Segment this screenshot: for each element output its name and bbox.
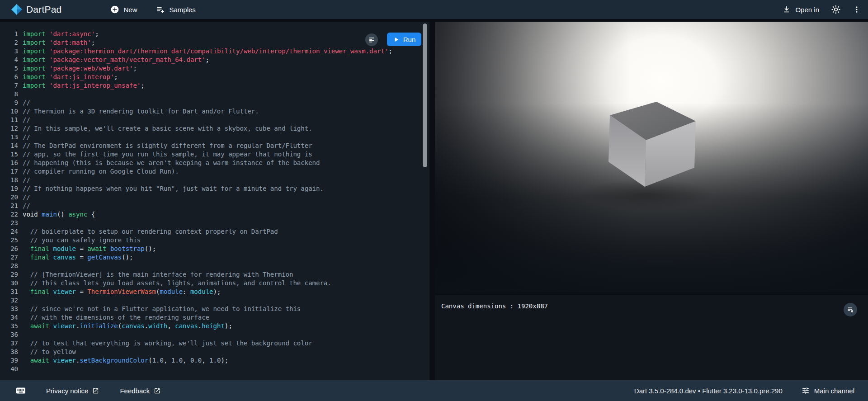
code-text: final viewer = ThermionViewerWasm(module… [23, 288, 221, 296]
code-line[interactable]: 19// If nothing happens when you hit "Ru… [0, 184, 429, 193]
code-line[interactable]: 25 // you can safely ignore this [0, 236, 429, 245]
code-line[interactable]: 36 [0, 330, 429, 339]
dartpad-app: DartPad New Samples [0, 0, 868, 401]
code-line[interactable]: 21// [0, 202, 429, 210]
code-line[interactable]: 40 [0, 365, 429, 373]
privacy-notice-link[interactable]: Privacy notice [46, 387, 99, 395]
code-line[interactable]: 4import 'package:vector_math/vector_math… [0, 56, 429, 64]
code-text: import 'dart:math'; [23, 38, 95, 47]
code-text: // app, so the first time you run this s… [23, 150, 312, 159]
code-text: // [23, 99, 30, 107]
editor-scrollbar[interactable] [423, 22, 429, 380]
code-line[interactable]: 5import 'package:web/web.dart'; [0, 64, 429, 73]
overflow-menu-button[interactable] [853, 5, 861, 14]
code-line[interactable]: 31 final viewer = ThermionViewerWasm(mod… [0, 288, 429, 296]
brightness-toggle-button[interactable] [831, 5, 841, 14]
code-text: // This class lets you load assets, ligh… [23, 279, 331, 288]
new-button[interactable]: New [110, 5, 137, 14]
run-button[interactable]: Run [387, 33, 421, 46]
code-line[interactable]: 14// The DartPad environment is slightly… [0, 142, 429, 150]
external-link-icon [154, 387, 160, 394]
code-line[interactable]: 8 [0, 90, 429, 99]
editor-scrollbar-thumb[interactable] [423, 24, 427, 167]
code-line[interactable]: 10// Thermion is a 3D rendering toolkit … [0, 107, 429, 116]
code-line[interactable]: 9// [0, 99, 429, 107]
format-button[interactable] [365, 33, 378, 46]
clear-console-button[interactable] [844, 303, 857, 316]
line-number: 33 [0, 305, 18, 313]
code-line[interactable]: 18// [0, 176, 429, 184]
code-text: // The DartPad environment is slightly d… [23, 142, 312, 150]
channel-selector-label: Main channel [814, 387, 854, 395]
console-output[interactable]: Canvas dimensions : 868x401 [435, 295, 868, 380]
line-number: 4 [0, 56, 18, 64]
clear-console-icon [847, 306, 854, 313]
code-text: // boilerplate to setup our rendering co… [23, 227, 278, 236]
line-number: 16 [0, 159, 18, 167]
render-output-canvas[interactable] [435, 22, 868, 292]
feedback-link[interactable]: Feedback [120, 387, 160, 395]
code-line[interactable]: 34 // with the dimensions of the renderi… [0, 313, 429, 322]
code-line[interactable]: 29 // [ThermionViewer] is the main inter… [0, 270, 429, 279]
line-number: 34 [0, 313, 18, 322]
code-line[interactable]: 35 await viewer.initialize(canvas.width,… [0, 322, 429, 330]
line-number: 13 [0, 133, 18, 142]
more-vert-icon [853, 5, 861, 14]
line-number: 10 [0, 107, 18, 116]
code-text: // Thermion is a 3D rendering toolkit fo… [23, 107, 259, 116]
code-line[interactable]: 38 // to yellow [0, 348, 429, 356]
code-line[interactable]: 37 // to test that everything is working… [0, 339, 429, 348]
code-line[interactable]: 6import 'dart:js_interop'; [0, 73, 429, 81]
code-text: // [23, 133, 30, 142]
code-line[interactable]: 22void main() async { [0, 210, 429, 219]
code-text: import 'package:thermion_dart/thermion_d… [23, 47, 392, 56]
code-line[interactable]: 11// [0, 116, 429, 124]
code-line[interactable]: 23 [0, 219, 429, 227]
header-right-group: Open in [782, 5, 861, 14]
line-number: 35 [0, 322, 18, 330]
app-title: DartPad [26, 4, 61, 15]
channel-selector[interactable]: Main channel [802, 387, 854, 395]
code-line[interactable]: 39 await viewer.setBackgroundColor(1.0, … [0, 356, 429, 365]
code-line[interactable]: 27 final canvas = getCanvas(); [0, 253, 429, 262]
code-line[interactable]: 3import 'package:thermion_dart/thermion_… [0, 47, 429, 56]
line-number: 15 [0, 150, 18, 159]
open-in-button[interactable]: Open in [782, 5, 819, 14]
code-line[interactable]: 16// happening (this is because we aren'… [0, 159, 429, 167]
code-line[interactable]: 30 // This class lets you load assets, l… [0, 279, 429, 288]
code-editor[interactable]: 1import 'dart:async';2import 'dart:math'… [0, 22, 429, 380]
code-line[interactable]: 1import 'dart:async'; [0, 30, 429, 38]
code-line[interactable]: 20// [0, 193, 429, 202]
code-line[interactable]: 13// [0, 133, 429, 142]
line-number: 9 [0, 99, 18, 107]
brightness-icon [831, 5, 841, 14]
code-line[interactable]: 28 [0, 262, 429, 270]
line-number: 8 [0, 90, 18, 99]
line-number: 23 [0, 219, 18, 227]
code-line[interactable]: 26 final module = await bootstrap(); [0, 245, 429, 253]
code-line[interactable]: 12// In this sample, we'll create a basi… [0, 124, 429, 133]
code-line[interactable]: 7import 'dart:js_interop_unsafe'; [0, 81, 429, 90]
code-text: // to test that everything is working, w… [23, 339, 312, 348]
main-area: 1import 'dart:async';2import 'dart:math'… [0, 19, 868, 380]
app-header: DartPad New Samples [0, 0, 868, 19]
line-number: 14 [0, 142, 18, 150]
download-icon [782, 5, 791, 14]
feedback-label: Feedback [120, 387, 150, 395]
line-number: 36 [0, 330, 18, 339]
line-number: 29 [0, 270, 18, 279]
code-text: // you can safely ignore this [23, 236, 141, 245]
line-number: 11 [0, 116, 18, 124]
line-number: 6 [0, 73, 18, 81]
code-text: import 'dart:js_interop_unsafe'; [23, 81, 145, 90]
keyboard-icon [15, 385, 26, 396]
code-line[interactable]: 33 // since we're not in a Flutter appli… [0, 305, 429, 313]
code-line[interactable]: 17// compiler running on Google Cloud Ru… [0, 167, 429, 176]
code-line[interactable]: 24 // boilerplate to setup our rendering… [0, 227, 429, 236]
code-line[interactable]: 32 [0, 296, 429, 305]
line-number: 22 [0, 210, 18, 219]
samples-button[interactable]: Samples [156, 5, 195, 14]
keyboard-shortcuts-button[interactable] [15, 385, 26, 396]
code-line[interactable]: 15// app, so the first time you run this… [0, 150, 429, 159]
code-area[interactable]: 1import 'dart:async';2import 'dart:math'… [0, 22, 429, 373]
